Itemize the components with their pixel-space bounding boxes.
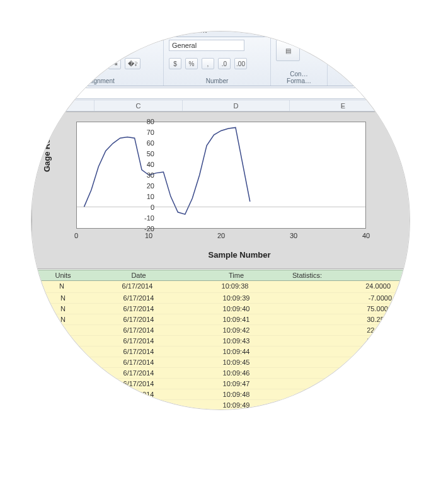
cell[interactable]: 22.0000: [290, 325, 397, 335]
cell[interactable]: 6/17/2014: [93, 281, 181, 292]
cell[interactable]: 10:09:42: [183, 325, 290, 335]
cell[interactable]: N: [32, 389, 94, 399]
align-center-icon[interactable]: ≡: [59, 58, 72, 69]
cell[interactable]: 10:09:43: [183, 336, 290, 346]
cell[interactable]: 6/17/2014: [94, 346, 183, 357]
orientation-icon[interactable]: ⤢: [92, 40, 105, 51]
table-row[interactable]: 53N6/17/201410:09:4130.2500MEAN: [32, 314, 410, 325]
cell[interactable]: 6/17/2014: [94, 314, 183, 324]
cell[interactable]: 10:09:44: [183, 346, 290, 357]
cell[interactable]: [397, 368, 410, 378]
cell[interactable]: AVG D: [397, 346, 410, 357]
col-f[interactable]: F: [397, 100, 410, 111]
cell[interactable]: [397, 389, 410, 399]
cell[interactable]: [397, 379, 410, 389]
cell[interactable]: MEDIAN: [397, 325, 410, 335]
cell[interactable]: 10:09:46: [183, 368, 290, 378]
cell[interactable]: 10:09:49: [183, 400, 290, 410]
table-row[interactable]: 0N6/17/201410:09:3824.0000SAMPLES: [32, 281, 410, 293]
cell[interactable]: 27.1220: [290, 336, 397, 346]
percent-icon[interactable]: %: [185, 58, 198, 69]
cell[interactable]: N: [32, 336, 94, 346]
cell[interactable]: 10:09:41: [183, 314, 290, 324]
col-b[interactable]: B: [32, 100, 94, 111]
cell[interactable]: [290, 368, 397, 378]
align-bottom-icon[interactable]: ≡: [76, 40, 88, 51]
cell[interactable]: [290, 379, 397, 389]
cell[interactable]: N: [32, 400, 94, 410]
cell[interactable]: 30.2500: [290, 314, 397, 324]
cell[interactable]: 10:09:38: [181, 281, 289, 292]
align-middle-icon[interactable]: ≡: [59, 40, 72, 51]
table-row[interactable]: 5N6/17/201410:09:4222.0000MEDIAN: [32, 325, 410, 336]
table-row[interactable]: 38N6/17/201410:09:4075.0000MAX: [32, 304, 410, 314]
cell[interactable]: 10:09:45: [183, 357, 290, 367]
cell[interactable]: SAMPLES: [396, 281, 410, 292]
cell[interactable]: 24.8542: [290, 346, 397, 357]
merge-icon[interactable]: �⫀: [125, 58, 140, 69]
cell[interactable]: 10:09:40: [183, 304, 290, 314]
tab-developer[interactable]: Devel…: [178, 32, 210, 37]
cell[interactable]: 6/17/2014: [94, 336, 183, 346]
decrease-decimal-icon[interactable]: .00: [234, 58, 247, 69]
formula-input[interactable]: 0: [32, 88, 410, 99]
conditional-format-icon[interactable]: ▤: [276, 40, 300, 61]
decrease-indent-icon[interactable]: ⇤: [92, 58, 105, 69]
cell[interactable]: 6/17/2014: [94, 368, 183, 378]
cell[interactable]: 6/17/2014: [94, 400, 183, 410]
currency-icon[interactable]: $: [169, 58, 181, 69]
increase-decimal-icon[interactable]: .0: [218, 58, 231, 69]
cell[interactable]: 24.0000: [289, 281, 396, 292]
table-row[interactable]: N6/17/201410:09:49: [32, 400, 410, 410]
cell[interactable]: 6/17/2014: [94, 325, 183, 335]
cell[interactable]: 10:09:47: [183, 379, 290, 389]
cell[interactable]: 75.0000: [290, 304, 397, 314]
cell[interactable]: [397, 400, 410, 410]
cell[interactable]: [290, 400, 397, 410]
col-d[interactable]: D: [183, 100, 290, 111]
table-row[interactable]: N6/17/201410:09:47: [32, 379, 410, 389]
cell[interactable]: MIN: [397, 293, 410, 303]
table-row[interactable]: 16N6/17/201410:09:39-7.0000MIN: [32, 293, 410, 304]
cell[interactable]: STD DEV: [397, 336, 410, 346]
tab-review[interactable]: Review: [104, 32, 134, 37]
cell[interactable]: N: [32, 304, 94, 314]
comma-icon[interactable]: ,: [202, 58, 214, 69]
cell[interactable]: N: [32, 293, 94, 303]
number-format-box[interactable]: General: [169, 40, 244, 51]
align-right-icon[interactable]: ≡: [76, 58, 88, 69]
cell[interactable]: MAX: [397, 304, 410, 314]
tab-view[interactable]: View: [146, 32, 167, 37]
table-row[interactable]: N6/17/201410:09:45735.6042VAR: [32, 357, 410, 368]
table-row[interactable]: N6/17/201410:09:4327.1220STD DEV: [32, 336, 410, 346]
cell[interactable]: VAR: [397, 357, 410, 367]
cell[interactable]: 6/17/2014: [94, 304, 183, 314]
cell[interactable]: N: [32, 281, 93, 292]
cell[interactable]: 6/17/2014: [94, 293, 183, 303]
cell[interactable]: 6/17/2014: [94, 357, 183, 367]
cell[interactable]: N: [32, 325, 94, 335]
cell[interactable]: N: [32, 314, 94, 324]
cell[interactable]: N: [32, 368, 94, 378]
wrap-text-icon[interactable]: ⏎: [108, 40, 120, 51]
cell[interactable]: 6/17/2014: [94, 389, 183, 399]
tab-data[interactable]: Data: [72, 32, 93, 37]
tab-formulas[interactable]: Formulas: [32, 32, 60, 37]
cell[interactable]: [290, 389, 397, 399]
align-left-icon[interactable]: ≡: [43, 58, 55, 69]
table-row[interactable]: N6/17/201410:09:48: [32, 389, 410, 400]
align-top-icon[interactable]: ≡: [43, 40, 55, 51]
cell[interactable]: N: [32, 357, 94, 367]
col-e[interactable]: E: [290, 100, 397, 111]
cell[interactable]: 735.6042: [290, 357, 397, 367]
increase-indent-icon[interactable]: ⇥: [108, 58, 121, 69]
cell[interactable]: N: [32, 379, 94, 389]
chart[interactable]: Gage Reading Sample Number -20-100102030…: [32, 112, 410, 269]
cell[interactable]: 10:09:48: [183, 389, 290, 399]
cell[interactable]: -7.0000: [290, 293, 397, 303]
cell[interactable]: 10:09:39: [183, 293, 290, 303]
cell[interactable]: N: [32, 346, 94, 357]
table-row[interactable]: N6/17/201410:09:46: [32, 368, 410, 379]
col-c[interactable]: C: [94, 100, 183, 111]
cell[interactable]: 6/17/2014: [94, 379, 183, 389]
